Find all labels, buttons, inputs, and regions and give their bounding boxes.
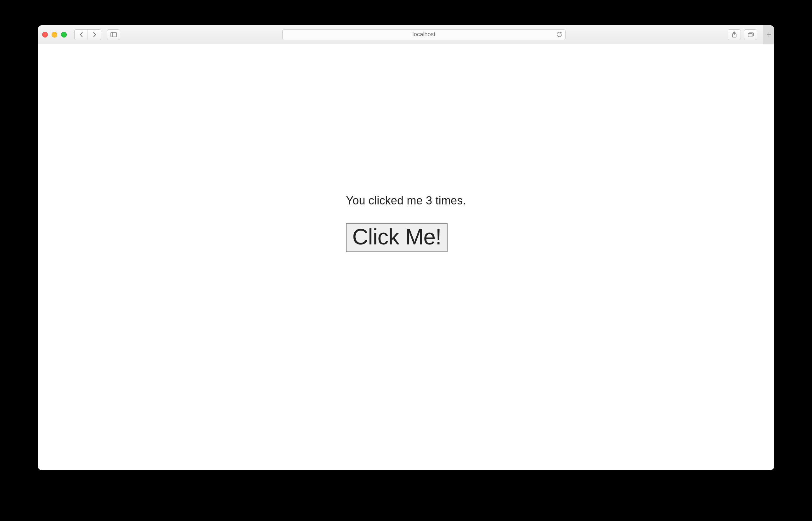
tabs-icon bbox=[747, 32, 754, 38]
minimize-window-button[interactable] bbox=[52, 32, 57, 38]
new-tab-button[interactable] bbox=[763, 25, 774, 44]
address-bar-container: localhost bbox=[126, 29, 722, 40]
toolbar-right-group bbox=[727, 29, 757, 40]
page-viewport: You clicked me 3 times. Click Me! bbox=[38, 44, 774, 470]
show-tabs-button[interactable] bbox=[744, 29, 757, 40]
click-count-text: You clicked me 3 times. bbox=[346, 194, 466, 208]
address-text: localhost bbox=[413, 31, 436, 38]
page-content: You clicked me 3 times. Click Me! bbox=[346, 194, 466, 252]
screen: localhost bbox=[0, 0, 812, 521]
reload-button[interactable] bbox=[556, 32, 562, 38]
zoom-window-button[interactable] bbox=[61, 32, 67, 38]
share-icon bbox=[732, 31, 737, 38]
chevron-right-icon bbox=[93, 32, 97, 38]
back-button[interactable] bbox=[75, 30, 88, 40]
chevron-left-icon bbox=[79, 32, 83, 38]
sidebar-icon bbox=[111, 32, 117, 37]
sidebar-toggle-button[interactable] bbox=[107, 29, 120, 40]
click-me-button[interactable]: Click Me! bbox=[346, 223, 448, 252]
forward-button[interactable] bbox=[88, 30, 101, 40]
safari-window: localhost bbox=[38, 25, 774, 470]
address-bar[interactable]: localhost bbox=[282, 29, 566, 40]
nav-button-group bbox=[74, 29, 101, 40]
close-window-button[interactable] bbox=[42, 32, 48, 38]
svg-rect-4 bbox=[748, 33, 752, 37]
browser-toolbar: localhost bbox=[38, 25, 774, 44]
svg-rect-0 bbox=[111, 32, 116, 37]
plus-icon bbox=[766, 32, 771, 37]
share-button[interactable] bbox=[727, 29, 741, 40]
window-controls bbox=[42, 32, 67, 38]
reload-icon bbox=[556, 32, 562, 38]
